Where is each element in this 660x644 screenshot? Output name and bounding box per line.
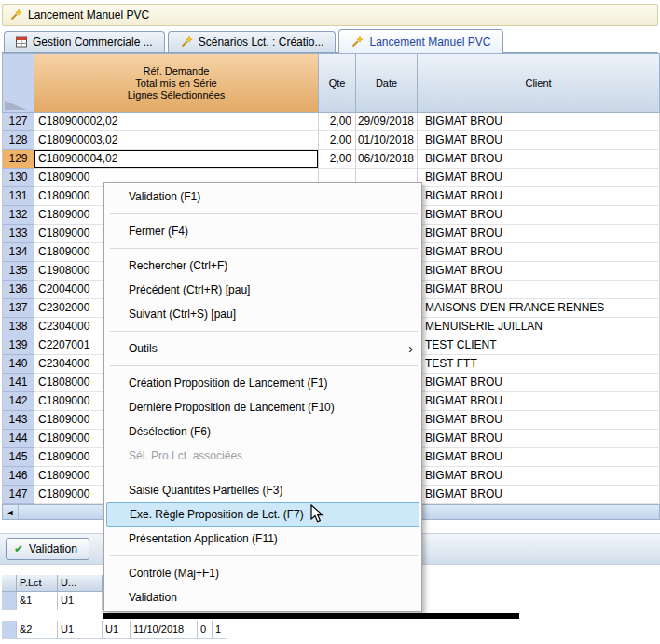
column-header-client[interactable]: Client bbox=[418, 53, 660, 113]
menu-item-fermer-f4[interactable]: Fermer (F4) bbox=[104, 219, 421, 243]
check-icon: ✔ bbox=[14, 542, 23, 555]
menu-item-precedent-ctrl-r-pau[interactable]: Précédent (Ctrl+R) [pau] bbox=[104, 278, 421, 302]
client-cell[interactable]: BIGMAT BROU bbox=[418, 430, 660, 448]
client-cell[interactable]: BIGMAT BROU bbox=[418, 281, 660, 299]
validation-button[interactable]: ✔ Validation bbox=[6, 538, 89, 560]
grid-corner-cell[interactable] bbox=[3, 53, 34, 113]
row-number-cell[interactable]: 145 bbox=[3, 448, 34, 467]
client-cell[interactable]: BIGMAT BROU bbox=[418, 206, 660, 225]
menu-item-creation-proposition-de-lancement-f1[interactable]: Création Proposition de Lancement (F1) bbox=[104, 371, 421, 395]
row-number-cell[interactable]: 141 bbox=[3, 374, 34, 392]
bottom-grid-cell[interactable]: 1 bbox=[213, 621, 227, 639]
tab-scenarios-lct-creatio[interactable]: Scénarios Lct. : Créatio... bbox=[168, 31, 337, 52]
ref-cell[interactable]: C180900003,02 bbox=[34, 131, 319, 150]
client-cell[interactable]: BIGMAT BROU bbox=[418, 374, 660, 392]
bottom-grid-cell[interactable]: &2 bbox=[17, 621, 58, 639]
client-cell[interactable]: BIGMAT BROU bbox=[418, 411, 660, 430]
menu-item-outils[interactable]: Outils› bbox=[104, 336, 421, 361]
row-number-cell[interactable]: 131 bbox=[3, 187, 34, 206]
client-cell[interactable]: BIGMAT BROU bbox=[418, 131, 660, 150]
bottom-grid-cell[interactable]: U1 bbox=[58, 592, 103, 610]
client-cell[interactable]: BIGMAT BROU bbox=[418, 262, 660, 281]
tab-gestion-commerciale[interactable]: Gestion Commerciale ... bbox=[4, 31, 165, 52]
client-cell[interactable]: TEST FTT bbox=[418, 355, 660, 374]
row-number-cell[interactable]: 144 bbox=[3, 430, 34, 448]
row-number-cell[interactable]: 133 bbox=[3, 225, 34, 243]
client-cell[interactable]: BIGMAT BROU bbox=[418, 187, 660, 206]
row-number-cell[interactable]: 138 bbox=[3, 318, 34, 336]
bottom-grid-cell[interactable]: 0 bbox=[198, 621, 213, 639]
menu-item-saisie-quantites-partielles-f3[interactable]: Saisie Quantités Partielles (F3) bbox=[104, 478, 421, 502]
date-cell[interactable]: 06/10/2018 bbox=[356, 150, 418, 169]
context-menu: Validation (F1)Fermer (F4)Rechercher (Ct… bbox=[103, 182, 422, 612]
row-number-cell[interactable]: 130 bbox=[3, 169, 34, 187]
ref-cell[interactable]: C180900002,02 bbox=[34, 113, 319, 131]
menu-item-controle-maj-f1[interactable]: Contrôle (Maj+F1) bbox=[104, 561, 421, 585]
row-number-cell[interactable]: 128 bbox=[3, 131, 34, 150]
tab-lancement-manuel-pvc[interactable]: Lancement Manuel PVC bbox=[338, 29, 502, 53]
menu-item-presentation-application-f11[interactable]: Présentation Application (F11) bbox=[104, 527, 421, 551]
row-number-cell[interactable]: 136 bbox=[3, 281, 34, 299]
row-number-cell[interactable]: 127 bbox=[3, 113, 34, 131]
client-cell[interactable]: BIGMAT BROU bbox=[418, 113, 660, 131]
corner-triangle-icon bbox=[5, 99, 27, 110]
bottom-grid-cell[interactable]: U1 bbox=[103, 621, 131, 639]
row-number-cell[interactable]: 135 bbox=[3, 262, 34, 281]
menu-item-exe-regle-proposition-de-lct-f7[interactable]: Exe. Règle Proposition de Lct. (F7) bbox=[106, 502, 419, 527]
row-indicator-cell[interactable] bbox=[2, 592, 17, 610]
row-indicator-cell[interactable] bbox=[2, 575, 17, 592]
row-number-cell[interactable]: 146 bbox=[3, 467, 34, 486]
table-row[interactable]: 127C180900002,022,0029/09/2018BIGMAT BRO… bbox=[3, 113, 660, 131]
row-number-cell[interactable]: 137 bbox=[3, 299, 34, 318]
mouse-cursor bbox=[310, 504, 329, 525]
date-cell[interactable]: 01/10/2018 bbox=[356, 131, 418, 150]
client-cell[interactable]: TEST CLIENT bbox=[418, 336, 660, 355]
menu-item-label: Dernière Proposition de Lancement (F10) bbox=[129, 401, 335, 414]
row-number-cell[interactable]: 129 bbox=[3, 150, 34, 169]
row-indicator-cell[interactable] bbox=[2, 621, 17, 639]
menu-item-suivant-ctrl-s-pau[interactable]: Suivant (Ctrl+S) [pau] bbox=[104, 302, 421, 326]
menu-item-label: Validation bbox=[129, 591, 177, 604]
bottom-grid-cell[interactable]: &1 bbox=[17, 592, 58, 610]
client-cell[interactable]: BIGMAT BROU bbox=[418, 225, 660, 243]
qte-cell[interactable]: 2,00 bbox=[319, 131, 356, 150]
client-cell[interactable]: BIGMAT BROU bbox=[418, 243, 660, 262]
row-number-cell[interactable]: 139 bbox=[3, 336, 34, 355]
table-row[interactable]: 129C180900004,022,0006/10/2018BIGMAT BRO… bbox=[3, 150, 660, 169]
table-row[interactable]: 128C180900003,022,0001/10/2018BIGMAT BRO… bbox=[3, 131, 660, 150]
row-number-cell[interactable]: 134 bbox=[3, 243, 34, 262]
row-number-cell[interactable]: 140 bbox=[3, 355, 34, 374]
menu-item-validation[interactable]: Validation bbox=[104, 585, 421, 610]
row-number-cell[interactable]: 143 bbox=[3, 411, 34, 430]
date-cell[interactable]: 29/09/2018 bbox=[356, 113, 418, 131]
bottom-column-header[interactable]: P.Lct bbox=[17, 575, 58, 592]
bottom-grid-cell[interactable]: 11/10/2018 bbox=[131, 621, 198, 639]
client-cell[interactable]: MAISONS D'EN FRANCE RENNES bbox=[418, 299, 660, 318]
column-header-ref[interactable]: Réf. Demande Total mis en Série Lignes S… bbox=[34, 53, 319, 113]
qte-cell[interactable]: 2,00 bbox=[319, 150, 356, 169]
client-cell[interactable]: BIGMAT BROU bbox=[418, 467, 660, 486]
grid-header-row: Réf. Demande Total mis en Série Lignes S… bbox=[2, 53, 660, 113]
tab-bar: Gestion Commerciale ...Scénarios Lct. : … bbox=[2, 29, 658, 53]
row-number-cell[interactable]: 142 bbox=[3, 392, 34, 411]
qte-cell[interactable]: 2,00 bbox=[319, 113, 356, 131]
client-cell[interactable]: BIGMAT BROU bbox=[418, 150, 660, 169]
client-cell[interactable]: BIGMAT BROU bbox=[418, 392, 660, 411]
client-cell[interactable]: MENUISERIE JUILLAN bbox=[418, 318, 660, 336]
client-cell[interactable]: BIGMAT BROU bbox=[418, 486, 660, 504]
bottom-grid-cell[interactable]: U1 bbox=[58, 621, 103, 639]
row-number-cell[interactable]: 147 bbox=[3, 486, 34, 504]
bottom-column-header[interactable]: U... bbox=[58, 575, 103, 592]
row-number-cell[interactable]: 132 bbox=[3, 206, 34, 225]
menu-item-validation-f1[interactable]: Validation (F1) bbox=[104, 185, 421, 209]
menu-item-derniere-proposition-de-lancement-f10[interactable]: Dernière Proposition de Lancement (F10) bbox=[104, 395, 421, 419]
client-cell[interactable]: BIGMAT BROU bbox=[418, 169, 660, 187]
column-header-date[interactable]: Date bbox=[356, 53, 418, 113]
menu-item-rechercher-ctrl-f[interactable]: Rechercher (Ctrl+F) bbox=[104, 253, 421, 278]
column-header-qte[interactable]: Qte bbox=[319, 53, 356, 113]
ref-cell[interactable]: C180900004,02 bbox=[34, 150, 319, 169]
client-cell[interactable]: BIGMAT BROU bbox=[418, 448, 660, 467]
left-arrow-icon: ◄ bbox=[7, 508, 15, 517]
menu-item-deselection-f6[interactable]: Désélection (F6) bbox=[104, 419, 421, 444]
scroll-left-button[interactable]: ◄ bbox=[3, 505, 19, 519]
